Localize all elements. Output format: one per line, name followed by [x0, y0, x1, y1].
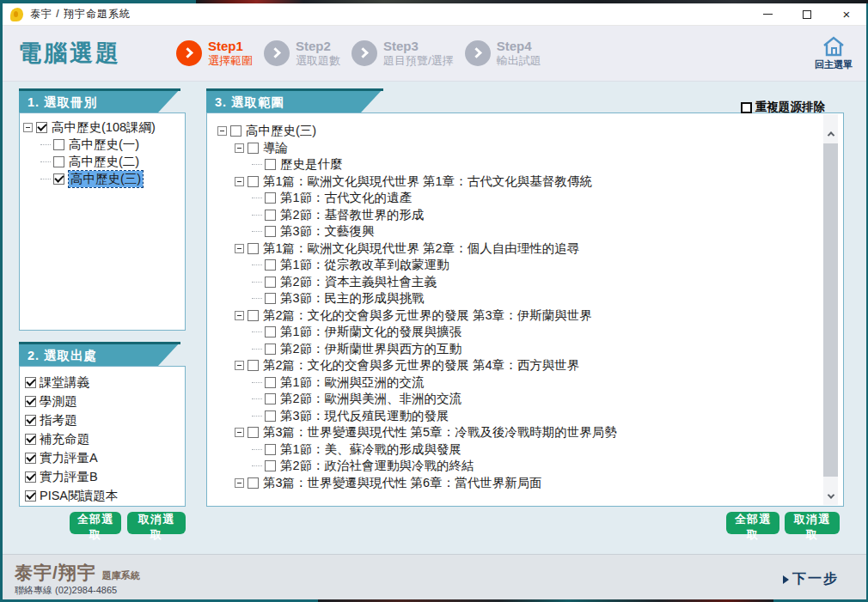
step-2[interactable]: Step2選取題數 — [264, 39, 340, 69]
scope-tree-label[interactable]: 第2節：基督教世界的形成 — [280, 207, 425, 223]
panel2-select-all-button[interactable]: 全部選取 — [70, 512, 121, 534]
book-tree-label[interactable]: 高中歷史(二) — [69, 154, 139, 170]
source-label[interactable]: 學測題 — [40, 393, 77, 410]
dedupe-checkbox-row[interactable]: 重複題源排除 — [741, 100, 825, 115]
expander-minus-icon[interactable] — [235, 361, 244, 370]
source-checkbox[interactable] — [25, 490, 36, 502]
tree-connector — [252, 231, 262, 232]
scope-tree-checkbox[interactable] — [230, 125, 241, 137]
source-checkbox[interactable] — [25, 453, 36, 464]
source-label[interactable]: 課堂講義 — [40, 374, 89, 391]
scope-tree-label[interactable]: 第3節：現代反殖民運動的發展 — [280, 408, 449, 424]
next-step-button[interactable]: 下一步 — [783, 570, 839, 588]
expander-minus-icon[interactable] — [235, 311, 244, 320]
home-button[interactable]: 回主選單 — [815, 35, 853, 71]
expander-minus-icon[interactable] — [235, 428, 244, 437]
scope-tree-checkbox[interactable] — [248, 176, 259, 187]
scope-tree-label[interactable]: 第1節：從宗教改革到啟蒙運動 — [280, 257, 449, 273]
scope-tree-checkbox[interactable] — [265, 377, 276, 388]
scope-tree-checkbox[interactable] — [265, 226, 276, 237]
source-checkbox[interactable] — [25, 434, 36, 445]
scope-tree-label[interactable]: 導論 — [263, 140, 288, 156]
scope-tree-label[interactable]: 第1篇：歐洲文化與現代世界 第2章：個人自由理性的追尋 — [263, 240, 579, 257]
scope-tree-label[interactable]: 第1節：伊斯蘭文化的發展與擴張 — [280, 324, 462, 340]
scope-tree-checkbox[interactable] — [265, 159, 276, 170]
book-tree-label[interactable]: 高中歷史(三) — [69, 171, 143, 187]
book-tree-row: 高中歷史(一) — [23, 136, 183, 153]
panel3-deselect-all-button[interactable]: 取消選取 — [785, 512, 840, 534]
book-tree-checkbox[interactable] — [53, 156, 64, 167]
close-button[interactable]: × — [827, 3, 866, 25]
maximize-button[interactable] — [787, 3, 827, 25]
scrollbar-thumb[interactable] — [823, 143, 838, 477]
scope-tree-checkbox[interactable] — [265, 277, 276, 288]
scope-tree-checkbox[interactable] — [248, 477, 259, 489]
step-4[interactable]: Step4輸出試題 — [465, 39, 541, 69]
scope-tree-label[interactable]: 第2節：伊斯蘭世界與西方的互動 — [280, 341, 462, 357]
scope-tree-label[interactable]: 第3篇：世界變遷與現代性 第5章：冷戰及後冷戰時期的世界局勢 — [263, 424, 617, 441]
expander-minus-icon[interactable] — [235, 143, 244, 153]
scope-tree-checkbox[interactable] — [265, 259, 276, 271]
scope-tree-checkbox[interactable] — [265, 344, 276, 355]
source-option-row: 學測題 — [25, 392, 183, 410]
step-3[interactable]: Step3題目預覽/選擇 — [351, 39, 454, 69]
scope-tree-checkbox[interactable] — [248, 143, 259, 154]
expander-minus-icon[interactable] — [217, 126, 227, 136]
panel2-deselect-all-button[interactable]: 取消選取 — [127, 512, 186, 534]
scope-tree-label[interactable]: 第2節：資本主義與社會主義 — [280, 274, 437, 290]
step-1[interactable]: Step1選擇範圍 — [176, 39, 253, 69]
scope-tree-label[interactable]: 第2篇：文化的交會與多元世界的發展 第4章：西方與世界 — [263, 357, 579, 374]
source-label[interactable]: 補充命題 — [40, 431, 89, 447]
scope-tree-label[interactable]: 第1節：歐洲與亞洲的交流 — [280, 374, 425, 391]
scope-tree-checkbox[interactable] — [265, 293, 276, 304]
scope-tree-label[interactable]: 第3篇：世界變遷與現代性 第6章：當代世界新局面 — [263, 475, 542, 491]
scope-tree-checkbox[interactable] — [265, 444, 276, 455]
expander-minus-icon[interactable] — [235, 478, 244, 488]
dedupe-checkbox[interactable] — [741, 102, 752, 113]
panel3-select-all-button[interactable]: 全部選取 — [726, 512, 779, 534]
scope-tree-label[interactable]: 第3節：文藝復興 — [280, 223, 375, 240]
book-tree-label[interactable]: 高中歷史(108課綱) — [52, 119, 156, 136]
scope-tree-checkbox[interactable] — [248, 360, 259, 371]
scope-tree-checkbox[interactable] — [248, 427, 259, 438]
scope-tree-label[interactable]: 第2篇：文化的交會與多元世界的發展 第3章：伊斯蘭與世界 — [263, 307, 592, 324]
minimize-button[interactable] — [748, 3, 787, 25]
scope-tree-label[interactable]: 第2節：政治社會運動與冷戰的終結 — [280, 458, 474, 474]
scope-tree-label[interactable]: 第3節：民主的形成與挑戰 — [280, 290, 425, 307]
scope-tree-label[interactable]: 第1篇：歐洲文化與現代世界 第1章：古代文化與基督教傳統 — [263, 173, 592, 190]
scope-tree-label[interactable]: 第2節：歐洲與美洲、非洲的交流 — [280, 391, 462, 407]
scope-tree-label[interactable]: 第1節：美、蘇冷戰的形成與發展 — [280, 441, 462, 458]
book-tree-checkbox[interactable] — [36, 122, 47, 133]
scope-tree-label[interactable]: 高中歷史(三) — [246, 123, 316, 139]
source-checkbox[interactable] — [25, 396, 36, 407]
scope-tree-checkbox[interactable] — [265, 393, 276, 404]
scope-tree-checkbox[interactable] — [265, 192, 276, 204]
source-label[interactable]: 實力評量B — [40, 469, 98, 485]
source-label[interactable]: PISA閱讀題本 — [40, 488, 118, 504]
source-checkbox[interactable] — [25, 415, 36, 426]
source-label[interactable]: 實力評量A — [40, 450, 98, 466]
expander-minus-icon[interactable] — [235, 244, 244, 253]
source-checkbox[interactable] — [25, 471, 36, 483]
scrollbar-down-icon[interactable] — [823, 489, 838, 503]
scope-tree-checkbox[interactable] — [265, 460, 276, 471]
book-tree-checkbox[interactable] — [53, 139, 64, 150]
scope-tree-label[interactable]: 第1節：古代文化的遺產 — [280, 190, 412, 206]
scrollbar-up-icon[interactable] — [823, 126, 838, 141]
book-tree-row: 高中歷史(二) — [23, 153, 183, 170]
expander-minus-icon[interactable] — [23, 123, 33, 132]
source-checkbox[interactable] — [25, 377, 36, 388]
scope-tree-checkbox[interactable] — [248, 310, 259, 321]
book-tree-checkbox[interactable] — [53, 173, 64, 185]
panel2-banner: 2. 選取出處 — [19, 342, 180, 366]
book-tree-label[interactable]: 高中歷史(一) — [69, 137, 139, 153]
scope-tree-label[interactable]: 歷史是什麼 — [280, 156, 343, 173]
scope-tree-checkbox[interactable] — [265, 210, 276, 221]
scrollbar[interactable] — [823, 114, 838, 505]
source-label[interactable]: 指考題 — [40, 412, 77, 429]
scope-tree-checkbox[interactable] — [248, 243, 259, 254]
expander-minus-icon[interactable] — [235, 177, 244, 186]
scope-tree-checkbox[interactable] — [265, 410, 276, 422]
book-tree-row: 高中歷史(三) — [23, 170, 183, 187]
scope-tree-checkbox[interactable] — [265, 326, 276, 337]
